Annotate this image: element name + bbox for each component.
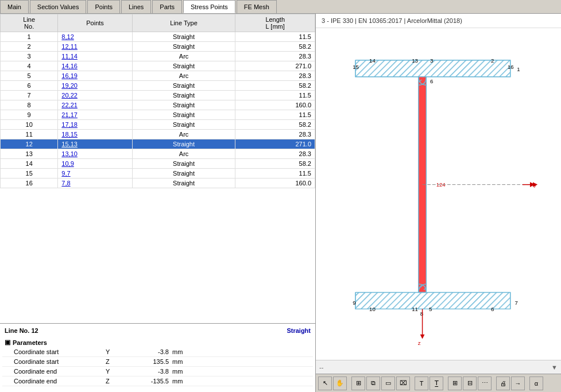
- cell-points[interactable]: 18,15: [58, 130, 132, 139]
- cell-points[interactable]: 22,21: [58, 100, 132, 110]
- table-area[interactable]: LineNo. Points Line Type LengthL [mm] 1 …: [0, 14, 315, 323]
- cell-line-type: Straight: [132, 110, 235, 120]
- param-axis: Z: [106, 378, 123, 385]
- table-row[interactable]: 9 21,17 Straight 11.5: [1, 110, 315, 120]
- table-row[interactable]: 7 20,22 Straight 11.5: [1, 91, 315, 100]
- table-row[interactable]: 3 11,14 Arc 28.3: [1, 52, 315, 61]
- svg-text:6: 6: [430, 78, 433, 84]
- cell-length: 271.0: [235, 61, 315, 71]
- toolbar-btn-rect[interactable]: ▭: [381, 377, 395, 390]
- cell-points[interactable]: 21,17: [58, 110, 132, 120]
- cell-length: 271.0: [235, 139, 315, 149]
- tab-main[interactable]: Main: [0, 0, 29, 13]
- line-label: Line No. 12: [5, 327, 38, 334]
- table-row[interactable]: 10 17,18 Straight 58.2: [1, 120, 315, 130]
- cell-line-type: Straight: [132, 100, 235, 110]
- tab-lines[interactable]: Lines: [121, 0, 151, 13]
- toolbar-btn-copy[interactable]: ⧉: [366, 377, 380, 390]
- cell-points[interactable]: 14,16: [58, 61, 132, 71]
- toolbar-btn-text2[interactable]: T̲: [430, 377, 443, 390]
- col-header-length: LengthL [mm]: [235, 14, 315, 32]
- param-row: Coordinate start Y -3.8 mm: [2, 347, 313, 357]
- svg-text:5: 5: [429, 306, 432, 312]
- cell-points[interactable]: 7,8: [58, 178, 132, 188]
- cell-points[interactable]: 17,18: [58, 120, 132, 130]
- toolbar-btn-arrow[interactable]: →: [511, 377, 525, 390]
- params-rows: Coordinate start Y -3.8 mm Coordinate st…: [2, 347, 313, 386]
- cell-points[interactable]: 20,22: [58, 91, 132, 100]
- cell-points[interactable]: 15,13: [58, 139, 132, 149]
- tab-stress-points[interactable]: Stress Points: [183, 0, 235, 13]
- cell-line-no: 9: [1, 110, 58, 120]
- cell-length: 58.2: [235, 42, 315, 52]
- toolbar-btn-dots[interactable]: ⋯: [478, 377, 492, 390]
- table-row[interactable]: 11 18,15 Arc 28.3: [1, 130, 315, 139]
- toolbar-btn-zoom-rect[interactable]: ⊞: [351, 377, 365, 390]
- param-axis: Y: [106, 368, 123, 375]
- drawing-area[interactable]: 15 14 13 3 2 16 1 6 124 y: [316, 28, 561, 360]
- cell-line-type: Straight: [132, 42, 235, 52]
- cell-points[interactable]: 19,20: [58, 81, 132, 91]
- info-panel: Line No. 12 Straight ▣ Parameters Coordi…: [0, 323, 315, 392]
- table-row[interactable]: 16 7,8 Straight 160.0: [1, 178, 315, 188]
- cell-points[interactable]: 9,7: [58, 169, 132, 178]
- toolbar-btn-grid[interactable]: ⊞: [448, 377, 462, 390]
- toolbar-btn-table[interactable]: ⊟: [463, 377, 477, 390]
- cell-points[interactable]: 10,9: [58, 159, 132, 169]
- lines-table: LineNo. Points Line Type LengthL [mm] 1 …: [0, 14, 315, 188]
- cell-line-type: Straight: [132, 159, 235, 169]
- toolbar-btn-cursor[interactable]: ↖: [318, 377, 332, 390]
- table-row[interactable]: 2 12,11 Straight 58.2: [1, 42, 315, 52]
- table-row[interactable]: 6 19,20 Straight 58.2: [1, 81, 315, 91]
- cell-points[interactable]: 11,14: [58, 52, 132, 61]
- svg-text:2: 2: [491, 57, 494, 64]
- tab-parts[interactable]: Parts: [152, 0, 182, 13]
- toolbar-btn-print[interactable]: 🖨: [496, 377, 510, 390]
- param-unit: mm: [169, 368, 186, 375]
- table-row[interactable]: 14 10,9 Straight 58.2: [1, 159, 315, 169]
- svg-text:3: 3: [430, 57, 433, 64]
- param-name: Coordinate end: [14, 378, 106, 385]
- table-row[interactable]: 1 8,12 Straight 11.5: [1, 32, 315, 42]
- col-header-points: Points: [58, 14, 132, 32]
- svg-text:14: 14: [369, 57, 376, 64]
- cell-line-no: 14: [1, 159, 58, 169]
- svg-marker-26: [420, 335, 425, 339]
- toolbar-btn-hand[interactable]: ✋: [333, 377, 347, 390]
- cell-points[interactable]: 16,19: [58, 71, 132, 81]
- table-row[interactable]: 5 16,19 Arc 28.3: [1, 71, 315, 81]
- collapse-icon[interactable]: ▣: [5, 339, 10, 346]
- cell-line-type: Arc: [132, 71, 235, 81]
- table-row[interactable]: 4 14,16 Straight 271.0: [1, 61, 315, 71]
- cell-points[interactable]: 12,11: [58, 42, 132, 52]
- main-layout: LineNo. Points Line Type LengthL [mm] 1 …: [0, 14, 561, 392]
- svg-text:7: 7: [514, 300, 517, 306]
- cell-line-type: Arc: [132, 149, 235, 159]
- toolbar-btn-alpha[interactable]: α: [529, 377, 543, 390]
- cell-line-type: Straight: [132, 61, 235, 71]
- toolbar-btn-crop[interactable]: ⌧: [396, 377, 410, 390]
- svg-rect-4: [355, 292, 510, 309]
- param-row: Coordinate end Y -3.8 mm: [2, 367, 313, 377]
- bottom-status-text: --: [319, 364, 323, 371]
- tab-fe-mesh[interactable]: FE Mesh: [237, 0, 277, 13]
- cell-line-type: Straight: [132, 91, 235, 100]
- table-row[interactable]: 13 13,10 Arc 28.3: [1, 149, 315, 159]
- tab-section-values[interactable]: Section Values: [30, 0, 87, 13]
- table-row[interactable]: 15 9,7 Straight 11.5: [1, 169, 315, 178]
- toolbar-btn-text1[interactable]: T: [415, 377, 428, 390]
- drawing-header: 3 - IPE 330 | EN 10365:2017 | ArcelorMit…: [316, 14, 561, 28]
- table-row[interactable]: 12 15,13 Straight 271.0: [1, 139, 315, 149]
- cell-line-no: 10: [1, 120, 58, 130]
- cell-points[interactable]: 13,10: [58, 149, 132, 159]
- table-row[interactable]: 8 22,21 Straight 160.0: [1, 100, 315, 110]
- cell-line-type: Straight: [132, 81, 235, 91]
- param-axis: Y: [106, 348, 123, 355]
- svg-text:11: 11: [412, 306, 418, 312]
- param-name: Coordinate end: [14, 368, 106, 375]
- cell-points[interactable]: 8,12: [58, 32, 132, 42]
- tab-points[interactable]: Points: [87, 0, 120, 13]
- param-unit: mm: [169, 378, 186, 385]
- cell-length: 28.3: [235, 52, 315, 61]
- scroll-indicator: ▼: [551, 364, 558, 371]
